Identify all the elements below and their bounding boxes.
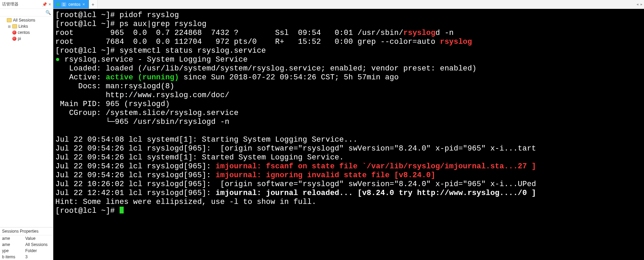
cmd: ps aux|grep rsyslog — [120, 20, 207, 28]
svc-title: rsyslog.service - System Logging Service — [60, 55, 248, 64]
tree-links[interactable]: ⊞ Links — [0, 23, 53, 29]
log-line-bold: imjournal: journal reloaded... [v8.24.0 … — [216, 189, 536, 197]
log-line: Jul 22 09:54:26 lcl systemd[1]: Started … — [55, 153, 344, 162]
properties-row: ame All Sessions — [0, 242, 53, 248]
col-value: Value — [25, 236, 51, 241]
search-icon[interactable]: 🔍 — [45, 10, 51, 15]
log-line-warn: imjournal: ignoring invalid state file [… — [216, 171, 435, 180]
log-line-prefix: Jul 22 09:54:26 lcl rsyslogd[965]: — [55, 171, 216, 180]
session-tree: All Sessions ⊞ Links centos pi — [0, 16, 53, 227]
col-name: ame — [2, 236, 25, 241]
tab-label: centos — [68, 2, 80, 7]
sidebar-header-icons: 📌 × — [42, 2, 51, 7]
prompt: [root@lcl ~]# — [55, 47, 120, 55]
terminal[interactable]: [root@lcl ~]# pidof rsyslog [root@lcl ~]… — [53, 9, 644, 260]
svc-mainpid: Main PID: 965 (rsyslogd) — [55, 100, 170, 108]
ps-line: root 7684 0.0 0.0 112704 972 pts/0 R+ 15… — [55, 38, 440, 46]
log-line-warn: imjournal: fscanf on state file `/var/li… — [216, 162, 536, 171]
prop-val: All Sessions — [25, 242, 51, 247]
log-line-prefix: Jul 22 12:42:01 lcl rsyslogd[965]: — [55, 189, 216, 197]
prop-key: ype — [2, 248, 25, 253]
ps-line: d -n — [435, 29, 454, 37]
sidebar-search-row: 🔍 — [0, 9, 53, 16]
properties-header-row: ame Value — [0, 235, 53, 242]
expander-icon[interactable]: ⊞ — [8, 25, 11, 28]
tab-index: 1 — [61, 2, 66, 6]
properties-title: Sessions Properties — [0, 228, 53, 235]
sidebar-title: 话管理器 — [2, 1, 18, 7]
hl-match: rsyslog — [440, 38, 472, 46]
svc-docs: Docs: man:rsyslogd(8) — [55, 82, 174, 91]
tree-label: Links — [18, 24, 28, 29]
svc-active-since: since Sun 2018-07-22 09:54:26 CST; 5h 57… — [179, 73, 399, 82]
tree-label: All Sessions — [13, 18, 35, 23]
tab-close-icon[interactable]: × — [82, 2, 85, 7]
prop-val: Folder — [25, 248, 51, 253]
ps-line: root 965 0.0 0.7 224868 7432 ? Ssl 09:54… — [55, 29, 403, 37]
properties-row: ype Folder — [0, 248, 53, 254]
prompt: [root@lcl ~]# — [55, 207, 120, 215]
svc-cgroup: └─965 /usr/sbin/rsyslogd -n — [55, 118, 229, 126]
session-manager-panel: 话管理器 📌 × 🔍 All Sessions ⊞ Links — [0, 0, 53, 260]
tree-label: centos — [18, 30, 30, 35]
session-icon — [12, 30, 16, 35]
hl-match: rsyslog — [403, 29, 436, 37]
app-root: 话管理器 📌 × 🔍 All Sessions ⊞ Links — [0, 0, 644, 260]
properties-row: b items 3 — [0, 254, 53, 260]
sidebar-header: 话管理器 📌 × — [0, 0, 53, 9]
prop-key: b items — [2, 255, 25, 259]
prompt: [root@lcl ~]# — [55, 20, 120, 28]
cmd: pidof rsyslog — [120, 11, 179, 20]
log-line: Jul 22 09:54:08 lcl systemd[1]: Starting… — [55, 135, 358, 144]
close-icon[interactable]: × — [49, 2, 51, 7]
tree-label: pi — [18, 36, 21, 41]
log-line: Jul 22 10:26:02 lcl rsyslogd[965]: [orig… — [55, 180, 536, 188]
tab-nav-arrows: ◂ ▸ — [636, 0, 643, 9]
svc-active-state: active (running) — [106, 73, 179, 82]
new-tab-button[interactable]: + — [89, 0, 98, 9]
log-line: Jul 22 09:54:26 lcl rsyslogd[965]: [orig… — [55, 144, 536, 153]
properties-panel: Sessions Properties ame Value ame All Se… — [0, 227, 53, 260]
tree-session-centos[interactable]: centos — [0, 29, 53, 36]
tree-all-sessions[interactable]: All Sessions — [0, 17, 53, 23]
svc-loaded: Loaded: loaded (/usr/lib/systemd/system/… — [55, 64, 477, 73]
prompt: [root@lcl ~]# — [55, 11, 120, 20]
tab-centos[interactable]: 1 centos × — [53, 0, 89, 9]
tree-session-pi[interactable]: pi — [0, 36, 53, 42]
pin-icon[interactable]: 📌 — [42, 2, 47, 7]
prop-key: ame — [2, 242, 25, 247]
tab-next-icon[interactable]: ▸ — [641, 2, 643, 6]
hint-line: Hint: Some lines were ellipsized, use -l… — [55, 198, 316, 206]
svc-active-label: Active: — [55, 73, 106, 82]
status-bullet-icon: ● — [55, 55, 60, 64]
prop-val: 3 — [25, 255, 51, 259]
session-icon — [12, 37, 16, 41]
svc-docs: http://www.rsyslog.com/doc/ — [55, 91, 229, 100]
svc-cgroup: CGroup: /system.slice/rsyslog.service — [55, 109, 238, 117]
log-line-prefix: Jul 22 09:54:26 lcl rsyslogd[965]: — [55, 162, 216, 171]
folder-icon — [12, 24, 17, 28]
folder-icon — [7, 18, 12, 22]
main-area: 1 centos × + ◂ ▸ [root@lcl ~]# pidof rsy… — [53, 0, 644, 260]
tab-prev-icon[interactable]: ◂ — [636, 2, 639, 6]
cmd: systemctl status rsyslog.service — [120, 47, 266, 55]
cursor-icon — [120, 207, 124, 213]
status-dot-icon — [57, 3, 59, 6]
tab-bar: 1 centos × + ◂ ▸ — [53, 0, 644, 9]
